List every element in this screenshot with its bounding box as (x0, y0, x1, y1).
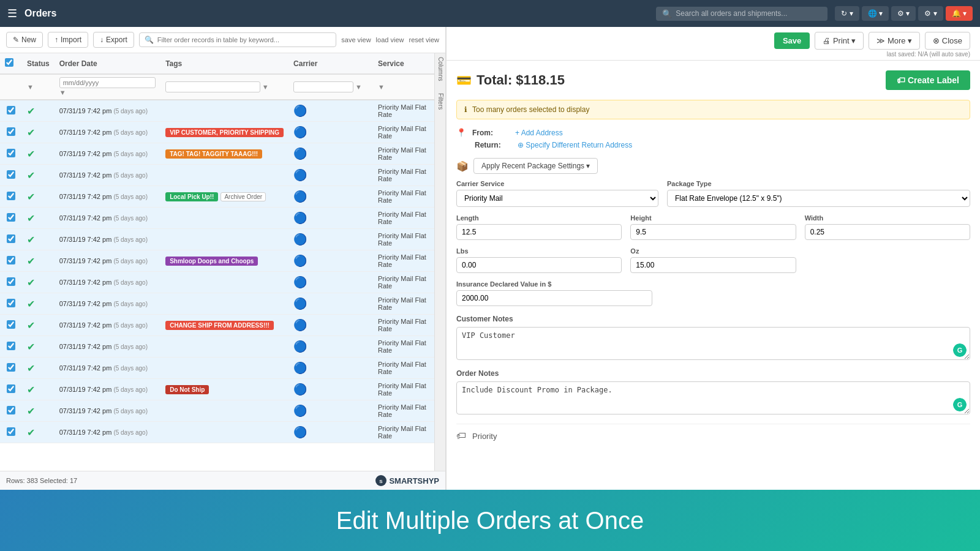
select-all-checkbox[interactable] (5, 58, 13, 67)
order-notes-label: Order Notes (456, 369, 970, 378)
row-checkbox[interactable] (7, 299, 15, 307)
nav-search-input[interactable] (676, 9, 821, 18)
columns-tab[interactable]: Columns (435, 53, 445, 84)
select-all-header[interactable] (0, 53, 22, 74)
carrier-icon: 🔵 (293, 255, 307, 267)
filter-search-input[interactable] (157, 36, 331, 43)
status-icon: ✔ (27, 149, 35, 159)
save-view-btn[interactable]: save view (341, 36, 371, 43)
tag-pill: Do Not Ship (165, 385, 209, 394)
tags-filter-icon[interactable]: ▼ (262, 83, 269, 91)
service-cell: Priority Mail Flat Rate (373, 143, 434, 165)
carrier-cell: 🔵 (288, 358, 373, 379)
tags-cell (160, 100, 288, 122)
row-checkbox[interactable] (7, 149, 15, 157)
export-icon: ↓ (100, 36, 104, 44)
height-label: Height (630, 214, 796, 222)
new-button[interactable]: ✎ New (6, 32, 43, 48)
alert-btn[interactable]: 🔔 ▾ (946, 6, 973, 21)
import-button[interactable]: ↑ Import (48, 32, 88, 48)
service-cell: Priority Mail Flat Rate (373, 293, 434, 315)
row-checkbox[interactable] (7, 127, 15, 136)
row-checkbox[interactable] (7, 363, 15, 372)
table-row: ✔07/31/19 7:42 pm (5 days ago)TAG! TAG! … (0, 143, 434, 165)
table-row: ✔07/31/19 7:42 pm (5 days ago)🔵Priority … (0, 165, 434, 186)
date-filter-input[interactable] (59, 77, 156, 88)
customer-notes-section: Customer Notes G (456, 315, 970, 362)
gear2-btn[interactable]: ⚙ ▾ (918, 6, 943, 21)
carrier-cell: 🔵 (288, 122, 373, 143)
archive-button[interactable]: Archive Order (221, 192, 266, 201)
hamburger-icon[interactable]: ☰ (7, 7, 17, 20)
carrier-header: Carrier (288, 53, 373, 74)
row-checkbox[interactable] (7, 192, 15, 200)
row-checkbox[interactable] (7, 427, 15, 436)
row-checkbox[interactable] (7, 320, 15, 329)
search-icon: 🔍 (662, 9, 672, 18)
row-checkbox[interactable] (7, 406, 15, 414)
order-notes-textarea[interactable] (456, 381, 970, 414)
more-button[interactable]: ≫ More ▾ (869, 32, 920, 50)
refresh-btn[interactable]: ↻ ▾ (835, 6, 859, 21)
col-filter-tabs: Columns Filters (434, 53, 445, 471)
filters-tab[interactable]: Filters (435, 89, 445, 113)
settings-btn[interactable]: ⚙ ▾ (891, 6, 916, 21)
date-cell: 07/31/19 7:42 pm (5 days ago) (55, 122, 160, 143)
order-notes-section: Order Notes G (456, 369, 970, 416)
carrier-filter: ▼ (288, 74, 373, 100)
main-content: ✎ New ↑ Import ↓ Export 🔍 save view load… (0, 27, 980, 490)
row-checkbox[interactable] (7, 384, 15, 393)
height-input[interactable] (630, 224, 796, 240)
service-cell: Priority Mail Flat Rate (373, 379, 434, 400)
save-button[interactable]: Save (774, 32, 810, 49)
tags-filter-input[interactable] (165, 81, 260, 92)
globe-btn[interactable]: 🌐 ▾ (862, 6, 889, 21)
carrier-icon: 🔵 (293, 405, 307, 417)
carrier-icon: 🔵 (293, 426, 307, 438)
load-view-btn[interactable]: load view (376, 36, 404, 43)
print-button[interactable]: 🖨 Print ▾ (815, 32, 864, 50)
row-checkbox[interactable] (7, 106, 15, 114)
carrier-service-label: Carrier Service (456, 180, 658, 187)
date-cell: 07/31/19 7:42 pm (5 days ago) (55, 250, 160, 272)
carrier-filter-icon[interactable]: ▼ (355, 83, 362, 91)
status-cell: ✔ (22, 250, 55, 272)
status-icon: ✔ (27, 363, 35, 373)
reset-view-btn[interactable]: reset view (409, 36, 439, 43)
oz-input[interactable] (630, 257, 796, 273)
carrier-icon: 🔵 (293, 383, 307, 395)
length-input[interactable] (456, 224, 622, 240)
create-label-button[interactable]: 🏷 Create Label (886, 70, 970, 90)
apply-pkg-settings-btn[interactable]: Apply Recent Package Settings ▾ (473, 158, 598, 174)
customer-notes-label: Customer Notes (456, 315, 970, 323)
row-checkbox[interactable] (7, 234, 15, 243)
row-checkbox[interactable] (7, 342, 15, 350)
width-input[interactable] (805, 224, 970, 240)
add-address-button[interactable]: + Add Address (515, 129, 563, 137)
row-checkbox[interactable] (7, 256, 15, 264)
smartshyp-logo-icon: S (375, 475, 386, 486)
date-cell: 07/31/19 7:42 pm (5 days ago) (55, 143, 160, 165)
specify-return-button[interactable]: ⊕ Specify Different Return Address (518, 141, 632, 149)
service-filter-icon[interactable]: ▼ (378, 83, 385, 91)
close-button[interactable]: ⊗ Close (925, 32, 970, 50)
export-button[interactable]: ↓ Export (93, 32, 134, 48)
row-checkbox[interactable] (7, 170, 15, 179)
lbs-input[interactable] (456, 257, 622, 273)
carrier-service-select[interactable]: Priority Mail (456, 190, 658, 207)
row-checkbox[interactable] (7, 213, 15, 222)
service-cell: Priority Mail Flat Rate (373, 358, 434, 379)
carrier-cell: 🔵 (288, 422, 373, 443)
package-type-select[interactable]: Flat Rate Envelope (12.5" x 9.5") (667, 190, 970, 207)
date-filter-icon[interactable]: ▼ (59, 89, 66, 96)
insurance-input[interactable] (456, 290, 652, 306)
customer-notes-textarea[interactable] (456, 327, 970, 360)
row-checkbox[interactable] (7, 277, 15, 286)
status-filter-icon[interactable]: ▼ (27, 83, 34, 91)
status-cell: ✔ (22, 422, 55, 443)
create-label-icon: 🏷 (897, 75, 905, 85)
total-row: 💳 Total: $118.15 🏷 Create Label (456, 70, 970, 90)
table-footer: Rows: 383 Selected: 17 S SMARTSHYP (0, 471, 445, 490)
carrier-filter-input[interactable] (293, 81, 353, 92)
left-panel: ✎ New ↑ Import ↓ Export 🔍 save view load… (0, 27, 446, 490)
